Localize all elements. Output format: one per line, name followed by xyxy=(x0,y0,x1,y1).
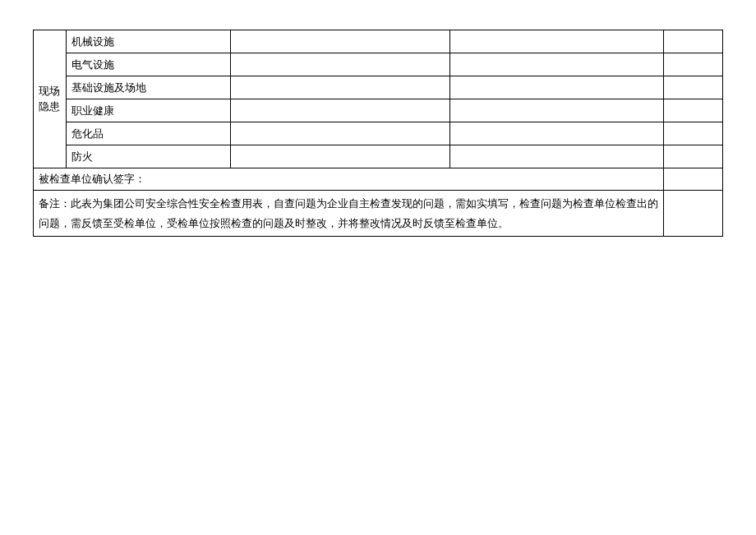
cell xyxy=(231,99,450,122)
item-label: 防火 xyxy=(67,145,231,168)
item-label: 机械设施 xyxy=(67,30,231,53)
cell xyxy=(664,53,723,76)
category-cell: 现场隐患 xyxy=(34,30,67,168)
cell xyxy=(450,122,664,145)
cell xyxy=(664,168,723,191)
cell xyxy=(664,122,723,145)
table-row: 基础设施及场地 xyxy=(34,76,723,99)
cell xyxy=(450,53,664,76)
table-row: 现场隐患 机械设施 xyxy=(34,30,723,53)
cell xyxy=(450,145,664,168)
cell xyxy=(450,76,664,99)
note-row: 备注：此表为集团公司安全综合性安全检查用表，自查问题为企业自主检查发现的问题，需… xyxy=(34,191,723,237)
cell xyxy=(231,53,450,76)
item-label: 电气设施 xyxy=(67,53,231,76)
cell xyxy=(664,30,723,53)
cell xyxy=(664,145,723,168)
cell xyxy=(450,30,664,53)
item-label: 危化品 xyxy=(67,122,231,145)
cell xyxy=(664,191,723,237)
item-label: 职业健康 xyxy=(67,99,231,122)
cell xyxy=(231,145,450,168)
cell xyxy=(450,99,664,122)
table-row: 职业健康 xyxy=(34,99,723,122)
note-text: 备注：此表为集团公司安全综合性安全检查用表，自查问题为企业自主检查发现的问题，需… xyxy=(34,191,664,237)
signature-label: 被检查单位确认签字： xyxy=(34,168,664,191)
table-row: 危化品 xyxy=(34,122,723,145)
cell xyxy=(231,76,450,99)
signature-row: 被检查单位确认签字： xyxy=(34,168,723,191)
table-row: 防火 xyxy=(34,145,723,168)
cell xyxy=(231,122,450,145)
item-label: 基础设施及场地 xyxy=(67,76,231,99)
cell xyxy=(664,76,723,99)
safety-inspection-table: 现场隐患 机械设施 电气设施 基础设施及场地 职业健康 危化品 xyxy=(33,30,723,237)
table-row: 电气设施 xyxy=(34,53,723,76)
cell xyxy=(664,99,723,122)
cell xyxy=(231,30,450,53)
